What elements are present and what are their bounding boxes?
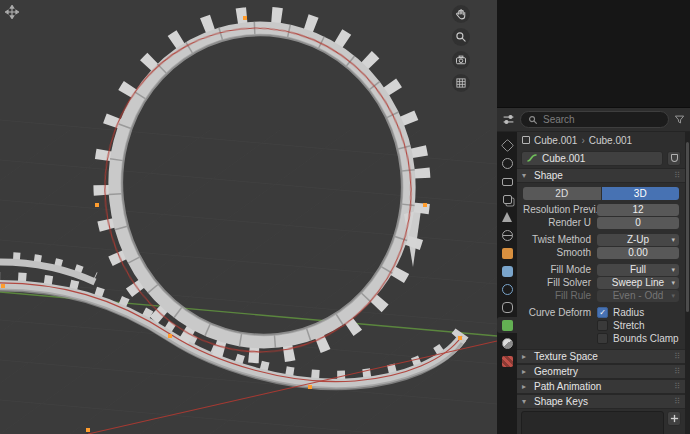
tab-physics[interactable] — [497, 281, 517, 297]
shape-keys-body — [517, 409, 685, 434]
fill-rule-label: Fill Rule — [523, 290, 597, 301]
properties-header: Search — [497, 108, 690, 132]
properties-editor-icon[interactable] — [502, 113, 515, 126]
bounds-clamp-label: Bounds Clamp — [613, 333, 679, 344]
tab-scene[interactable] — [497, 209, 517, 225]
twist-method-label: Twist Method — [523, 234, 597, 245]
tab-output[interactable] — [497, 173, 517, 189]
fill-mode-dropdown[interactable]: Full — [597, 264, 679, 276]
collapse-arrow-icon — [522, 352, 530, 361]
tool-icon — [500, 138, 513, 151]
fake-user-button[interactable] — [667, 151, 681, 166]
tab-view-layer[interactable] — [497, 191, 517, 207]
scrollbar-thumb[interactable] — [686, 142, 689, 312]
search-input[interactable]: Search — [520, 111, 669, 128]
drag-dots-icon[interactable] — [674, 367, 680, 376]
viewport-scene — [0, 0, 497, 434]
breadcrumb: Cube.001 Cube.001 — [517, 132, 685, 148]
grid-icon[interactable] — [452, 74, 470, 92]
outliner-area[interactable] — [497, 0, 690, 108]
datablock-name-field[interactable]: Cube.001 — [521, 151, 663, 166]
panel-path-animation-header[interactable]: Path Animation — [517, 379, 685, 394]
smooth-row: Smooth 0.00 — [523, 246, 679, 259]
panel-shape-header[interactable]: Shape — [517, 168, 685, 183]
tab-material[interactable] — [497, 335, 517, 351]
physics-icon — [502, 284, 513, 295]
panel-geometry-header[interactable]: Geometry — [517, 364, 685, 379]
fill-solver-label: Fill Solver — [523, 277, 597, 288]
chevron-right-icon — [581, 135, 584, 146]
twist-method-dropdown[interactable]: Z-Up — [597, 234, 679, 246]
tab-world[interactable] — [497, 227, 517, 243]
add-shape-key-button[interactable] — [667, 411, 681, 426]
plus-icon — [670, 414, 679, 423]
fill-rule-dropdown: Even - Odd — [597, 290, 679, 302]
properties-scrollbar[interactable] — [685, 132, 690, 434]
zoom-icon[interactable] — [452, 28, 470, 46]
render-u-label: Render U — [523, 217, 597, 228]
resolution-row: Resolution Previ... 12 — [523, 203, 679, 216]
dimensions-toggle: 2D 3D — [523, 187, 679, 200]
panel-texture-space-header[interactable]: Texture Space — [517, 349, 685, 364]
curve-deform-row: Curve Deform Radius — [523, 306, 679, 319]
radius-checkbox[interactable] — [597, 307, 608, 318]
resolution-field[interactable]: 12 — [597, 204, 679, 216]
viewport-nav-toolbar — [452, 5, 470, 92]
tab-modifiers[interactable] — [497, 263, 517, 279]
panel-shape-keys-header[interactable]: Shape Keys — [517, 394, 685, 409]
cube-icon — [522, 136, 530, 144]
panel-texture-space-title: Texture Space — [534, 351, 598, 362]
wrench-icon — [502, 266, 513, 277]
tab-render[interactable] — [497, 155, 517, 171]
stretch-checkbox[interactable] — [597, 320, 608, 331]
stretch-label: Stretch — [613, 320, 645, 331]
blender-window: Search — [0, 0, 690, 434]
fill-rule-row: Fill Rule Even - Odd — [523, 289, 679, 302]
panel-path-animation-title: Path Animation — [534, 381, 601, 392]
properties-tab-strip — [497, 132, 517, 434]
search-placeholder: Search — [543, 114, 575, 125]
texture-icon — [502, 356, 513, 367]
drag-dots-icon[interactable] — [674, 352, 680, 361]
3d-viewport[interactable] — [0, 0, 497, 434]
datablock-name: Cube.001 — [542, 153, 585, 164]
shield-icon — [671, 154, 678, 162]
3d-button[interactable]: 3D — [602, 187, 680, 200]
fill-mode-label: Fill Mode — [523, 264, 597, 275]
2d-button[interactable]: 2D — [523, 187, 601, 200]
curve-deform-label: Curve Deform — [523, 307, 597, 318]
properties-content: Cube.001 Cube.001 Cube.001 — [517, 132, 685, 434]
hand-icon[interactable] — [452, 5, 470, 23]
datablock-row: Cube.001 — [517, 148, 685, 168]
tab-object-data[interactable] — [497, 317, 517, 333]
tab-tool[interactable] — [497, 137, 517, 153]
breadcrumb-data[interactable]: Cube.001 — [589, 135, 632, 146]
tab-constraints[interactable] — [497, 299, 517, 315]
printer-icon — [502, 178, 513, 186]
tab-texture[interactable] — [497, 353, 517, 369]
bounds-clamp-checkbox[interactable] — [597, 333, 608, 344]
collapse-arrow-icon — [522, 367, 530, 376]
drag-dots-icon[interactable] — [674, 382, 680, 391]
breadcrumb-object[interactable]: Cube.001 — [534, 135, 577, 146]
curve-icon — [527, 153, 537, 163]
stretch-row: Stretch — [523, 319, 679, 332]
world-icon — [502, 230, 513, 241]
render-u-row: Render U 0 — [523, 216, 679, 229]
shape-keys-list[interactable] — [521, 411, 664, 434]
panel-shape-body: 2D 3D Resolution Previ... 12 Render U 0 … — [517, 183, 685, 349]
tab-object[interactable] — [497, 245, 517, 261]
navigate-icon[interactable] — [5, 5, 19, 21]
render-u-field[interactable]: 0 — [597, 217, 679, 229]
smooth-field[interactable]: 0.00 — [597, 247, 679, 259]
drag-dots-icon[interactable] — [674, 171, 680, 180]
bounds-clamp-row: Bounds Clamp — [523, 332, 679, 345]
filter-icon[interactable] — [674, 114, 685, 125]
fill-solver-dropdown[interactable]: Sweep Line — [597, 277, 679, 289]
search-icon — [528, 115, 538, 125]
camera-icon[interactable] — [452, 51, 470, 69]
render-icon — [502, 158, 513, 169]
curve-data-icon — [502, 320, 513, 331]
panel-geometry-title: Geometry — [534, 366, 578, 377]
drag-dots-icon[interactable] — [674, 397, 680, 406]
